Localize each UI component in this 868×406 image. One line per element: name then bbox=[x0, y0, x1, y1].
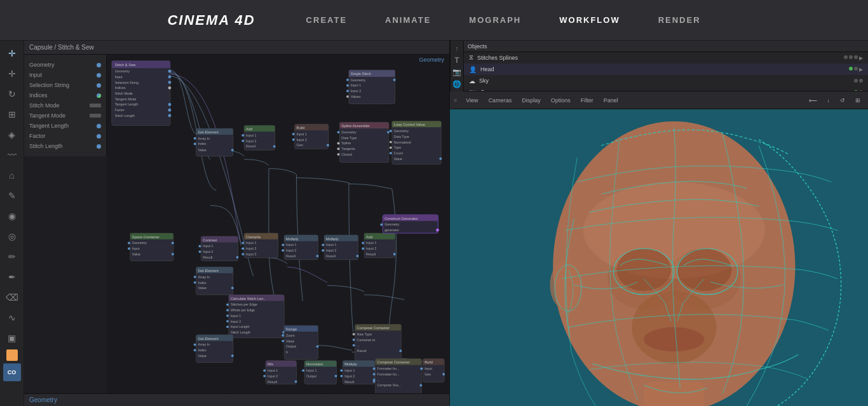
prop-factor: Factor bbox=[24, 131, 106, 141]
vp-view[interactable]: View bbox=[462, 96, 482, 105]
svg-text:Mix: Mix bbox=[268, 362, 273, 366]
tool-smear[interactable]: ∿ bbox=[3, 309, 21, 327]
svg-text:Build: Build bbox=[424, 360, 433, 364]
side-icon-t[interactable]: T bbox=[451, 55, 463, 65]
object-item-sky[interactable]: ☁ Sky bbox=[464, 75, 868, 86]
tool-paint[interactable]: ✎ bbox=[3, 187, 21, 205]
right-panel: ↑ T 📷 🌐 Objects ⧖ Stitches Splines bbox=[450, 41, 868, 406]
node-canvas[interactable]: Stitch & Sew Geometry Input Selection St… bbox=[107, 55, 449, 393]
prop-dot-selection bbox=[97, 83, 101, 88]
nav-animate[interactable]: ANIMATE bbox=[385, 15, 431, 25]
svg-point-64 bbox=[337, 131, 340, 133]
svg-point-262 bbox=[644, 327, 704, 351]
nav-workflow[interactable]: WORKFLOW bbox=[559, 15, 620, 25]
side-icon-arrow[interactable]: ↑ bbox=[451, 43, 463, 53]
svg-text:Result: Result bbox=[246, 144, 256, 148]
vp-display[interactable]: Display bbox=[518, 96, 545, 105]
expand-icon: ▶ bbox=[859, 55, 863, 61]
tool-scale[interactable]: ⊞ bbox=[3, 105, 21, 123]
svg-point-155 bbox=[226, 304, 229, 306]
tool-fill[interactable]: ▣ bbox=[3, 329, 21, 347]
tool-sculpt[interactable]: ◉ bbox=[3, 207, 21, 225]
svg-point-238 bbox=[442, 373, 445, 376]
side-icon-camera[interactable]: 📷 bbox=[451, 67, 463, 78]
node-panel-header: Capsule / Stitch & Sew bbox=[24, 41, 449, 55]
svg-point-26 bbox=[393, 79, 396, 81]
svg-text:Input 2: Input 2 bbox=[268, 374, 278, 378]
svg-point-211 bbox=[335, 375, 337, 377]
svg-point-236 bbox=[420, 367, 423, 370]
tool-logo[interactable]: CO bbox=[3, 363, 21, 381]
object-list: Objects ⧖ Stitches Splines ▶ 👤 Head bbox=[464, 41, 868, 91]
tool-color[interactable] bbox=[6, 349, 18, 361]
tool-eye[interactable]: ◎ bbox=[3, 227, 21, 245]
nav-mograph[interactable]: MOGRAPH bbox=[469, 15, 521, 25]
svg-point-172 bbox=[281, 340, 284, 342]
node-panel-breadcrumb: Capsule / Stitch & Sew bbox=[29, 44, 94, 51]
svg-text:Type: Type bbox=[394, 145, 402, 149]
dot2 bbox=[849, 55, 853, 59]
tool-brush[interactable]: ⌂ bbox=[3, 166, 21, 184]
svg-text:Loop Control Value: Loop Control Value bbox=[394, 123, 425, 126]
nav-render[interactable]: RENDER bbox=[658, 15, 701, 25]
tool-rotate[interactable]: ↻ bbox=[3, 85, 21, 103]
vp-icon2[interactable]: ↓ bbox=[824, 96, 834, 105]
sky-dots bbox=[854, 79, 863, 83]
svg-point-252 bbox=[436, 229, 439, 232]
vp-panel[interactable]: Panel bbox=[600, 96, 622, 105]
vp-options[interactable]: Options bbox=[547, 96, 574, 105]
svg-point-231 bbox=[419, 384, 422, 386]
tool-spline[interactable]: 〰 bbox=[3, 146, 21, 164]
svg-point-105 bbox=[236, 256, 239, 259]
properties-panel: Geometry Input Selection String Indices … bbox=[24, 55, 107, 156]
tool-polygon[interactable]: ◈ bbox=[3, 126, 21, 144]
svg-text:Input 2: Input 2 bbox=[326, 248, 336, 252]
svg-point-37 bbox=[194, 137, 196, 140]
dot3 bbox=[854, 55, 858, 59]
nav-create[interactable]: CREATE bbox=[306, 15, 347, 25]
3d-viewport[interactable] bbox=[450, 109, 868, 406]
svg-text:Input 2: Input 2 bbox=[297, 138, 307, 142]
svg-text:Data Type: Data Type bbox=[394, 135, 409, 139]
expand-icon: ▶ bbox=[859, 67, 863, 72]
svg-text:Input 1: Input 1 bbox=[231, 314, 241, 318]
svg-text:Spline Assembler: Spline Assembler bbox=[341, 124, 370, 128]
svg-text:Add: Add bbox=[366, 235, 372, 239]
tool-eraser[interactable]: ⌫ bbox=[3, 288, 21, 306]
svg-point-141 bbox=[393, 253, 396, 255]
svg-point-25 bbox=[346, 79, 349, 81]
svg-text:Input 1: Input 1 bbox=[203, 244, 213, 248]
tool-pen[interactable]: ✒ bbox=[3, 268, 21, 286]
dot1 bbox=[854, 79, 858, 83]
svg-rect-264 bbox=[644, 382, 704, 406]
svg-point-161 bbox=[226, 320, 229, 323]
svg-text:Stitch Mode: Stitch Mode bbox=[115, 91, 133, 95]
svg-text:Output: Output bbox=[286, 344, 297, 348]
vp-cameras[interactable]: Cameras bbox=[485, 96, 516, 105]
svg-point-229 bbox=[373, 379, 376, 381]
tool-pencil[interactable]: ✏ bbox=[3, 248, 21, 266]
vp-icon3[interactable]: ↺ bbox=[836, 96, 849, 105]
vp-icon4[interactable]: ⊞ bbox=[851, 96, 864, 105]
svg-text:Value: Value bbox=[198, 148, 207, 152]
svg-text:Compose Container: Compose Container bbox=[377, 360, 410, 364]
tool-move[interactable]: ✛ bbox=[3, 65, 21, 83]
object-item-stitches[interactable]: ⧖ Stitches Splines ▶ bbox=[464, 52, 868, 64]
svg-point-8 bbox=[168, 75, 172, 78]
svg-text:Multiply: Multiply bbox=[326, 237, 339, 241]
svg-text:Input 2: Input 2 bbox=[344, 374, 355, 378]
object-item-head[interactable]: 👤 Head ▶ bbox=[464, 64, 868, 75]
svg-point-6 bbox=[168, 70, 172, 73]
svg-point-92 bbox=[172, 242, 174, 245]
geometry-label: Geometry bbox=[416, 56, 447, 64]
svg-point-20 bbox=[168, 114, 172, 118]
object-item-camera[interactable]: 📷 Camera bbox=[464, 86, 868, 91]
svg-text:Spline: Spline bbox=[341, 141, 351, 145]
tool-select[interactable]: ✛ bbox=[3, 44, 21, 62]
head-dots: ▶ bbox=[849, 67, 863, 72]
side-icon-globe[interactable]: 🌐 bbox=[451, 79, 463, 89]
vp-icon1[interactable]: ⟵ bbox=[805, 96, 821, 105]
hamburger-icon[interactable]: ≡ bbox=[454, 97, 457, 104]
vp-filter[interactable]: Filter bbox=[577, 96, 597, 105]
svg-point-77 bbox=[390, 130, 392, 132]
